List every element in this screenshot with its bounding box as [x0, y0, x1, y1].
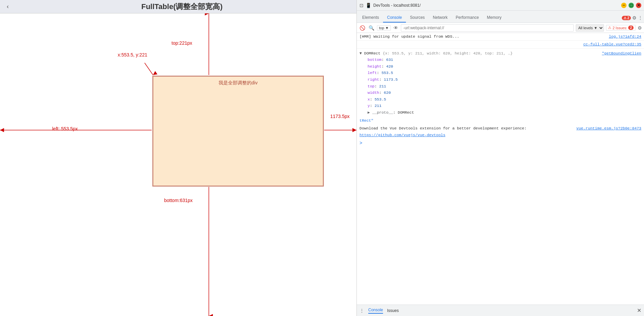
window-minimize-button[interactable]: −: [621, 3, 627, 8]
label-right: 1173.5px: [330, 114, 350, 119]
label-top: top:221px: [172, 40, 192, 46]
cc-full-table-link[interactable]: cc-full-table.vue?ced2:35: [583, 41, 641, 47]
settings-gear-icon[interactable]: ⚙: [632, 15, 637, 21]
bottom-console-btn[interactable]: Console: [368, 308, 383, 314]
filter-input[interactable]: [401, 24, 574, 32]
issues-icon: ⚠: [608, 26, 611, 30]
issues-text: 2 Issues:: [612, 26, 627, 30]
bottom-issues-btn[interactable]: Issues: [387, 308, 399, 313]
clear-console-icon[interactable]: 🚫: [359, 25, 366, 31]
vue-runtime-link[interactable]: vue.runtime.esm.js?2b0e:8473: [576, 125, 641, 131]
console-line-link: cc-full-table.vue?ced2:35: [357, 41, 644, 48]
eye-icon[interactable]: 👁: [393, 25, 399, 31]
devtools-titlebar: ⊡ 📱 DevTools - localhost:8081/ − □ ✕: [357, 0, 644, 11]
devtools-panel: ⊡ 📱 DevTools - localhost:8081/ − □ ✕ Ele…: [356, 0, 644, 316]
dom-rect-header: ▼ DOMRect {x: 553.5, y: 211, width: 620,…: [359, 50, 513, 57]
issues-count-badge[interactable]: ⚠ 2 Issues: 2: [606, 25, 636, 31]
devtools-title: DevTools - localhost:8081/: [373, 3, 619, 8]
main-content: ‹ FullTable(调整全部宽高): [0, 0, 356, 316]
bottom-more-icon[interactable]: ⋮: [359, 308, 364, 313]
devtools-mobile-icon[interactable]: 📱: [366, 3, 371, 8]
dom-rect-header-line: ▼ DOMRect {x: 553.5, y: 211, width: 620,…: [359, 50, 641, 57]
box-inner-label: 我是全部调整的div: [219, 80, 258, 86]
prop-height: height: 420: [359, 63, 641, 70]
tab-performance[interactable]: Performance: [452, 13, 483, 23]
devtools-tabs: Elements Console Sources Network Perform…: [357, 11, 644, 23]
measured-box: 我是全部调整的div: [152, 76, 324, 187]
tab-memory[interactable]: Memory: [483, 13, 505, 23]
devtools-inspect-icon[interactable]: ⊡: [359, 3, 364, 8]
hmr-link[interactable]: log.js?1afd:24: [609, 34, 641, 40]
svg-line-4: [145, 63, 153, 75]
bottom-close-icon[interactable]: ✕: [637, 307, 641, 314]
prop-right: right: 1173.5: [359, 76, 641, 83]
level-select[interactable]: All levels ▼: [576, 24, 604, 32]
label-left: left: 553.5px: [52, 126, 78, 131]
filter-icon[interactable]: 🔍: [368, 25, 375, 31]
prop-bottom: bottom: 631: [359, 56, 641, 63]
page-title: FullTable(调整全部宽高): [11, 2, 352, 12]
label-bottom: bottom:631px: [164, 198, 193, 203]
console-settings-icon[interactable]: ⚙: [638, 25, 642, 31]
top-bar: ‹ FullTable(调整全部宽高): [0, 0, 356, 13]
github-link[interactable]: https://github.com/vuejs/vue-devtools: [357, 132, 644, 138]
dom-rect-block: ▼ DOMRect {x: 553.5, y: 211, width: 620,…: [357, 49, 644, 117]
label-xy: x:553.5, y:221: [118, 52, 147, 57]
window-close-button[interactable]: ✕: [636, 3, 641, 8]
tab-network[interactable]: Network: [429, 13, 452, 23]
issues-number: 2: [628, 26, 634, 30]
vue-devtools-msg: Download the Vue Devtools extension for …: [357, 125, 644, 132]
canvas-area: top:221px x:553.5, y:221 left: 553.5px 1…: [0, 13, 356, 316]
window-maximize-button[interactable]: □: [629, 3, 634, 8]
dom-rect-expand[interactable]: ▼: [359, 51, 364, 55]
prop-left: left: 553.5: [359, 70, 641, 76]
back-button[interactable]: ‹: [4, 2, 11, 11]
hmr-text: [HMR] Waiting for update signal from WDS…: [359, 34, 459, 40]
tab-elements[interactable]: Elements: [358, 13, 383, 23]
devtools-tab-icons: ⚠ 2 ⚙ ⋮: [622, 15, 643, 23]
get-bounding-link[interactable]: "getBoundingClien: [602, 50, 641, 57]
t-rect-line[interactable]: tRect": [357, 117, 644, 124]
devtools-toolbar: 🚫 🔍 top ▼ 👁 All levels ▼ ⚠ 2 Issues: 2 ⚙: [357, 23, 644, 33]
prop-top: top: 211: [359, 83, 641, 90]
issues-badge[interactable]: ⚠ 2: [622, 16, 631, 20]
console-line-hmr: [HMR] Waiting for update signal from WDS…: [357, 33, 644, 41]
prop-width: width: 620: [359, 89, 641, 96]
prompt-arrow[interactable]: >: [357, 138, 644, 148]
top-context-label[interactable]: top ▼: [377, 25, 391, 31]
vue-devtools-text: Download the Vue Devtools extension for …: [359, 125, 576, 131]
dom-rect-label: DOMRect: [364, 51, 383, 55]
tab-sources[interactable]: Sources: [406, 13, 429, 23]
prop-x: x: 553.5: [359, 96, 641, 103]
tab-console[interactable]: Console: [383, 13, 406, 23]
prop-y: y: 211: [359, 103, 641, 109]
prop-proto: ▶ __proto__: DOMRect: [359, 109, 641, 116]
console-output: [HMR] Waiting for update signal from WDS…: [357, 33, 644, 305]
devtools-bottom-bar: ⋮ Console Issues ✕: [357, 305, 644, 316]
more-options-icon[interactable]: ⋮: [638, 15, 643, 21]
dom-rect-values: {x: 553.5, y: 211, width: 620, height: 4…: [383, 51, 513, 55]
